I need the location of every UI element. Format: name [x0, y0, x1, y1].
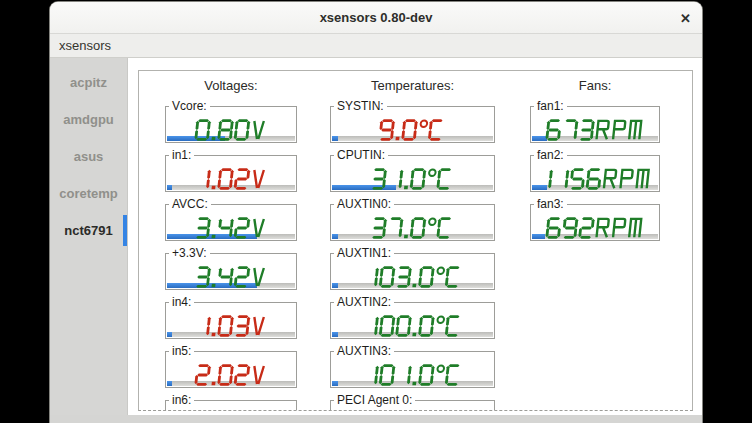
sidebar-item-label: asus: [74, 149, 104, 164]
sensor-label: AVCC:: [169, 197, 211, 211]
sensor-auxtin0: AUXTIN0:: [330, 197, 495, 241]
sensor-in1: in1:: [165, 148, 297, 192]
sensor-scroll-area[interactable]: Voltages: Vcore: in1: AVCC:: [138, 70, 693, 411]
sensor-value: [167, 168, 295, 190]
sensor-auxtin2: AUXTIN2:: [330, 295, 495, 339]
sensor-fan3: fan3:: [530, 197, 660, 241]
sensor-auxtin3: AUXTIN3:: [330, 344, 495, 388]
sensor-value: [167, 119, 295, 141]
sensor-value: [532, 119, 658, 141]
sensor-avcc: AVCC:: [165, 197, 297, 241]
chip-sidebar: acpitzamdgpuasuscoretempnct6791: [50, 58, 128, 415]
sidebar-item-label: acpitz: [70, 75, 107, 90]
sensor-cputin: CPUTIN:: [330, 148, 495, 192]
sensor-panel: Voltages: Vcore: in1: AVCC:: [128, 58, 702, 415]
window-bottom-margin: [50, 415, 702, 423]
sensor-value: [332, 266, 493, 288]
sensor-in4: in4:: [165, 295, 297, 339]
sensor-value: [532, 217, 658, 239]
sensor-label: in1:: [169, 148, 194, 162]
sidebar-item-label: nct6791: [64, 223, 112, 238]
sidebar-item-coretemp[interactable]: coretemp: [50, 175, 127, 212]
sensor-label: AUXTIN2:: [334, 295, 394, 309]
sensor-value: [332, 119, 493, 141]
sensor-systin: SYSTIN:: [330, 99, 495, 143]
column-voltages: Voltages: Vcore: in1: AVCC:: [165, 71, 297, 411]
sensor-auxtin1: AUXTIN1:: [330, 246, 495, 290]
sidebar-item-acpitz[interactable]: acpitz: [50, 64, 127, 101]
selected-indicator: [123, 215, 127, 246]
column-header: Voltages:: [165, 78, 297, 93]
sensor-label: in4:: [169, 295, 194, 309]
sensor-value: [167, 315, 295, 337]
sensor-fan2: fan2:: [530, 148, 660, 192]
sensor-label: fan2:: [534, 148, 567, 162]
xsensors-window: xsensors 0.80-dev ✕ xsensors acpitzamdgp…: [50, 2, 702, 423]
column-fans: Fans: fan1: fan2: fan3:: [530, 71, 660, 246]
window-body: acpitzamdgpuasuscoretempnct6791 Voltages…: [50, 58, 702, 415]
column-header: Fans:: [530, 78, 660, 93]
sensor-label: Vcore:: [169, 99, 210, 113]
sensor-value: [332, 217, 493, 239]
sensor-value: [532, 168, 658, 190]
sensor-label: SYSTIN:: [334, 99, 387, 113]
column-temperatures: Temperatures: SYSTIN: CPUTIN: AUXTIN0:: [330, 71, 495, 411]
sensor-fan1: fan1:: [530, 99, 660, 143]
sensor-value: [167, 364, 295, 386]
sensor-label: AUXTIN0:: [334, 197, 394, 211]
sensor-label: fan3:: [534, 197, 567, 211]
sensor-label: AUXTIN1:: [334, 246, 394, 260]
sidebar-item-label: coretemp: [59, 186, 118, 201]
sensor-label: +3.3V:: [169, 246, 210, 260]
sensor-3-3v: +3.3V:: [165, 246, 297, 290]
sensor-in5: in5:: [165, 344, 297, 388]
sensor-label: in5:: [169, 344, 194, 358]
sensor-label: in6:: [169, 393, 194, 407]
sensor-value: [332, 168, 493, 190]
sensor-value: [167, 217, 295, 239]
sensor-label: AUXTIN3:: [334, 344, 394, 358]
sensor-in6: in6:: [165, 393, 297, 411]
tab-xsensors[interactable]: xsensors: [59, 38, 111, 53]
sensor-peci-agent-0: PECI Agent 0:: [330, 393, 495, 411]
sensor-value: [332, 364, 493, 386]
sensor-label: fan1:: [534, 99, 567, 113]
sensor-label: PECI Agent 0:: [334, 393, 415, 407]
sidebar-item-asus[interactable]: asus: [50, 138, 127, 175]
titlebar[interactable]: xsensors 0.80-dev ✕: [50, 2, 702, 34]
sidebar-item-label: amdgpu: [63, 112, 114, 127]
sensor-value: [167, 266, 295, 288]
window-title: xsensors 0.80-dev: [320, 10, 433, 25]
close-icon[interactable]: ✕: [680, 11, 691, 24]
sidebar-item-nct6791[interactable]: nct6791: [50, 212, 127, 249]
tab-bar: xsensors: [50, 34, 702, 58]
sensor-value: [332, 315, 493, 337]
sensor-label: CPUTIN:: [334, 148, 388, 162]
column-header: Temperatures:: [330, 78, 495, 93]
sensor-vcore: Vcore:: [165, 99, 297, 143]
sidebar-item-amdgpu[interactable]: amdgpu: [50, 101, 127, 138]
